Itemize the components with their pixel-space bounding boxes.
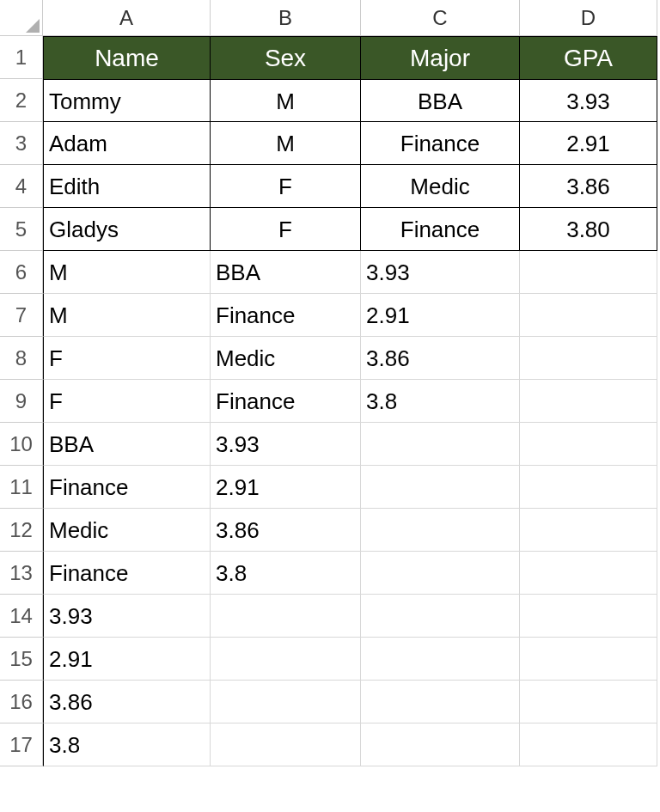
cell-D9[interactable] xyxy=(520,380,657,423)
cell-D1[interactable]: GPA xyxy=(520,36,657,79)
cell-D4[interactable]: 3.86 xyxy=(520,165,657,208)
cell-B10[interactable]: 3.93 xyxy=(211,423,361,466)
cell-A7[interactable]: M xyxy=(43,294,211,337)
cell-A5[interactable]: Gladys xyxy=(43,208,211,251)
cell-B5[interactable]: F xyxy=(211,208,361,251)
col-header-D[interactable]: D xyxy=(520,0,657,36)
cell-A17[interactable]: 3.8 xyxy=(43,723,211,766)
cell-A2[interactable]: Tommy xyxy=(43,79,211,122)
cell-C4[interactable]: Medic xyxy=(361,165,520,208)
row-header-12[interactable]: 12 xyxy=(0,509,43,552)
row-header-16[interactable]: 16 xyxy=(0,681,43,723)
row-header-6[interactable]: 6 xyxy=(0,251,43,294)
cell-B1[interactable]: Sex xyxy=(211,36,361,79)
row-header-13[interactable]: 13 xyxy=(0,552,43,595)
row-header-15[interactable]: 15 xyxy=(0,638,43,681)
cell-D3[interactable]: 2.91 xyxy=(520,122,657,165)
cell-A11[interactable]: Finance xyxy=(43,466,211,509)
cell-B8[interactable]: Medic xyxy=(211,337,361,380)
row-header-10[interactable]: 10 xyxy=(0,423,43,466)
cell-B15[interactable] xyxy=(211,638,361,681)
cell-A9[interactable]: F xyxy=(43,380,211,423)
cell-C3[interactable]: Finance xyxy=(361,122,520,165)
cell-C7[interactable]: 2.91 xyxy=(361,294,520,337)
cell-D10[interactable] xyxy=(520,423,657,466)
cell-D15[interactable] xyxy=(520,638,657,681)
cell-D8[interactable] xyxy=(520,337,657,380)
cell-B9[interactable]: Finance xyxy=(211,380,361,423)
cell-B17[interactable] xyxy=(211,723,361,766)
cell-A3[interactable]: Adam xyxy=(43,122,211,165)
row-header-5[interactable]: 5 xyxy=(0,208,43,251)
row-header-7[interactable]: 7 xyxy=(0,294,43,337)
cell-C15[interactable] xyxy=(361,638,520,681)
cell-A15[interactable]: 2.91 xyxy=(43,638,211,681)
select-all-corner[interactable] xyxy=(0,0,43,36)
cell-D17[interactable] xyxy=(520,723,657,766)
cell-A8[interactable]: F xyxy=(43,337,211,380)
col-header-B[interactable]: B xyxy=(211,0,361,36)
row-header-14[interactable]: 14 xyxy=(0,595,43,638)
cell-A10[interactable]: BBA xyxy=(43,423,211,466)
cell-D13[interactable] xyxy=(520,552,657,595)
cell-B4[interactable]: F xyxy=(211,165,361,208)
cell-B6[interactable]: BBA xyxy=(211,251,361,294)
cell-C11[interactable] xyxy=(361,466,520,509)
cell-B3[interactable]: M xyxy=(211,122,361,165)
row-header-9[interactable]: 9 xyxy=(0,380,43,423)
cell-D5[interactable]: 3.80 xyxy=(520,208,657,251)
cell-C17[interactable] xyxy=(361,723,520,766)
cell-C2[interactable]: BBA xyxy=(361,79,520,122)
cell-C8[interactable]: 3.86 xyxy=(361,337,520,380)
cell-A14[interactable]: 3.93 xyxy=(43,595,211,638)
cell-C10[interactable] xyxy=(361,423,520,466)
cell-A4[interactable]: Edith xyxy=(43,165,211,208)
row-header-8[interactable]: 8 xyxy=(0,337,43,380)
cell-C13[interactable] xyxy=(361,552,520,595)
row-header-17[interactable]: 17 xyxy=(0,723,43,766)
spreadsheet[interactable]: A B C D 1 Name Sex Major GPA 2 Tommy M B… xyxy=(0,0,660,766)
row-header-4[interactable]: 4 xyxy=(0,165,43,208)
cell-A6[interactable]: M xyxy=(43,251,211,294)
cell-D6[interactable] xyxy=(520,251,657,294)
cell-D11[interactable] xyxy=(520,466,657,509)
cell-A12[interactable]: Medic xyxy=(43,509,211,552)
cell-C12[interactable] xyxy=(361,509,520,552)
cell-D14[interactable] xyxy=(520,595,657,638)
cell-B13[interactable]: 3.8 xyxy=(211,552,361,595)
cell-D2[interactable]: 3.93 xyxy=(520,79,657,122)
row-header-2[interactable]: 2 xyxy=(0,79,43,122)
cell-C14[interactable] xyxy=(361,595,520,638)
cell-A1[interactable]: Name xyxy=(43,36,211,79)
row-header-11[interactable]: 11 xyxy=(0,466,43,509)
cell-B12[interactable]: 3.86 xyxy=(211,509,361,552)
col-header-A[interactable]: A xyxy=(43,0,211,36)
cell-C9[interactable]: 3.8 xyxy=(361,380,520,423)
cell-D16[interactable] xyxy=(520,681,657,723)
col-header-C[interactable]: C xyxy=(361,0,520,36)
cell-C6[interactable]: 3.93 xyxy=(361,251,520,294)
cell-B16[interactable] xyxy=(211,681,361,723)
cell-B14[interactable] xyxy=(211,595,361,638)
cell-A16[interactable]: 3.86 xyxy=(43,681,211,723)
row-header-3[interactable]: 3 xyxy=(0,122,43,165)
cell-B2[interactable]: M xyxy=(211,79,361,122)
cell-C16[interactable] xyxy=(361,681,520,723)
cell-A13[interactable]: Finance xyxy=(43,552,211,595)
cell-C1[interactable]: Major xyxy=(361,36,520,79)
cell-C5[interactable]: Finance xyxy=(361,208,520,251)
cell-B11[interactable]: 2.91 xyxy=(211,466,361,509)
row-header-1[interactable]: 1 xyxy=(0,36,43,79)
cell-B7[interactable]: Finance xyxy=(211,294,361,337)
cell-D12[interactable] xyxy=(520,509,657,552)
cell-D7[interactable] xyxy=(520,294,657,337)
